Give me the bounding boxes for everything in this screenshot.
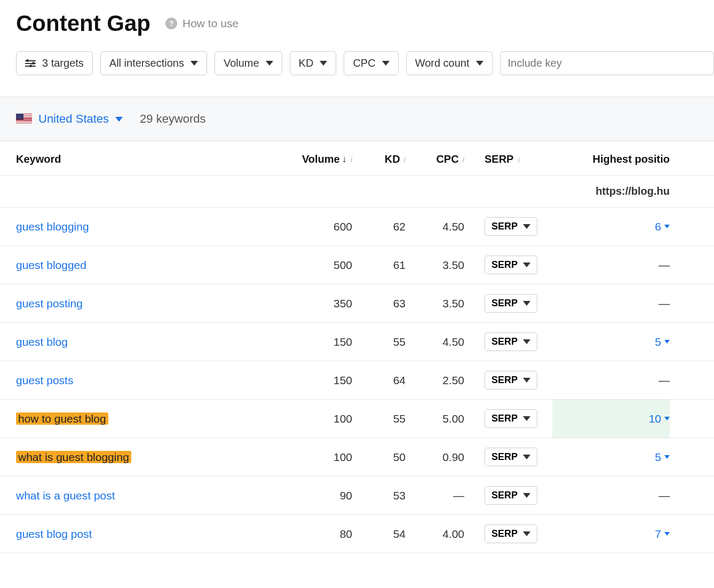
table-row: guest blogged500613.50SERP— <box>0 246 714 284</box>
intersections-filter[interactable]: All intersections <box>100 51 207 75</box>
keyword-link[interactable]: how to guest blog <box>16 412 108 425</box>
intersections-label: All intersections <box>109 57 184 69</box>
volume-cell: 100 <box>288 412 352 425</box>
caret-down-icon <box>523 378 530 383</box>
column-header-highest-position[interactable]: Highest positio <box>552 153 670 165</box>
position-value: — <box>659 374 670 387</box>
serp-button-label: SERP <box>491 298 518 309</box>
kd-label: KD <box>299 57 314 69</box>
position-cell[interactable]: 5 <box>655 336 670 348</box>
volume-cell: 100 <box>288 451 352 464</box>
column-header-kd[interactable]: KD i <box>352 153 406 165</box>
kd-cell: 54 <box>352 528 406 541</box>
kd-cell: 55 <box>352 336 406 348</box>
serp-button-label: SERP <box>491 375 518 386</box>
position-cell[interactable]: 6 <box>655 220 670 233</box>
position-value: 6 <box>655 220 661 233</box>
position-value: — <box>659 489 670 502</box>
position-cell: — <box>659 259 670 272</box>
kd-cell: 62 <box>352 220 406 233</box>
kd-cell: 50 <box>352 451 406 464</box>
volume-filter[interactable]: Volume <box>215 51 282 75</box>
volume-header-label: Volume <box>302 153 340 165</box>
flag-us-icon <box>16 114 32 124</box>
position-cell[interactable]: 7 <box>655 528 670 541</box>
help-label: How to use <box>183 17 239 30</box>
caret-down-icon <box>191 61 198 66</box>
cpc-cell: 4.50 <box>406 336 464 348</box>
position-value: 5 <box>655 451 661 464</box>
volume-cell: 150 <box>288 374 352 387</box>
caret-down-icon <box>523 493 530 498</box>
country-selector[interactable]: United States <box>16 112 123 126</box>
serp-button[interactable]: SERP <box>485 294 537 313</box>
keyword-link[interactable]: guest blog post <box>16 528 92 540</box>
cpc-cell: 3.50 <box>406 259 464 272</box>
caret-down-icon <box>382 61 390 66</box>
caret-down-icon <box>664 225 670 228</box>
info-icon[interactable]: i <box>517 155 520 164</box>
position-value: 5 <box>655 336 661 348</box>
table-row: guest blog150554.50SERP5 <box>0 323 714 361</box>
serp-button[interactable]: SERP <box>485 332 537 351</box>
keyword-link[interactable]: what is a guest post <box>16 489 115 502</box>
table-row: guest posts150642.50SERP— <box>0 361 714 400</box>
caret-down-icon <box>664 532 670 536</box>
kd-filter[interactable]: KD <box>290 51 337 75</box>
table-row: what is guest blogging100500.90SERP5 <box>0 438 714 476</box>
column-header-cpc[interactable]: CPC i <box>406 153 464 165</box>
position-value: — <box>659 259 670 272</box>
include-keywords-input[interactable] <box>500 51 714 75</box>
cpc-cell: 4.00 <box>406 528 464 541</box>
keyword-link[interactable]: guest blogged <box>16 259 86 271</box>
kd-cell: 61 <box>352 259 406 272</box>
serp-button-label: SERP <box>491 490 518 501</box>
position-cell[interactable]: 10 <box>649 412 670 425</box>
serp-button[interactable]: SERP <box>485 525 537 543</box>
cpc-filter[interactable]: CPC <box>344 51 398 75</box>
column-header-serp[interactable]: SERP i <box>464 153 552 165</box>
position-value: 10 <box>649 412 661 425</box>
position-cell: — <box>659 489 670 502</box>
position-cell: — <box>659 374 670 387</box>
cpc-cell: 2.50 <box>406 374 464 387</box>
table-row: how to guest blog100555.00SERP10 <box>0 400 714 438</box>
column-header-volume[interactable]: Volume ↓ i <box>288 153 352 165</box>
serp-button-label: SERP <box>491 221 518 232</box>
serp-button[interactable]: SERP <box>485 256 537 274</box>
sort-desc-icon: ↓ <box>342 154 347 165</box>
targets-label: 3 targets <box>42 57 84 69</box>
serp-button[interactable]: SERP <box>485 448 537 466</box>
serp-button[interactable]: SERP <box>485 217 537 236</box>
targets-filter[interactable]: 3 targets <box>16 51 93 75</box>
table-row: guest blogging600624.50SERP6 <box>0 208 714 246</box>
kd-cell: 63 <box>352 297 406 310</box>
keyword-count: 29 keywords <box>140 112 206 126</box>
kd-cell: 53 <box>352 489 406 502</box>
keyword-link[interactable]: guest posts <box>16 374 73 386</box>
cpc-cell: — <box>406 489 464 502</box>
keyword-link[interactable]: what is guest blogging <box>16 451 131 463</box>
serp-button[interactable]: SERP <box>485 486 537 505</box>
caret-down-icon <box>523 339 530 344</box>
serp-button-label: SERP <box>491 336 518 347</box>
caret-down-icon <box>266 61 273 66</box>
column-header-keyword[interactable]: Keyword <box>16 153 288 165</box>
country-label: United States <box>38 112 109 126</box>
caret-down-icon <box>320 61 327 66</box>
serp-button[interactable]: SERP <box>485 409 537 428</box>
sliders-icon <box>25 60 36 67</box>
serp-button-label: SERP <box>491 451 518 463</box>
table-row: what is a guest post9053—SERP— <box>0 476 714 515</box>
word-count-filter[interactable]: Word count <box>406 51 493 75</box>
caret-down-icon <box>523 301 530 306</box>
word-count-label: Word count <box>415 57 470 69</box>
caret-down-icon <box>115 117 123 122</box>
position-cell[interactable]: 5 <box>655 451 670 464</box>
serp-button[interactable]: SERP <box>485 371 537 390</box>
keyword-link[interactable]: guest posting <box>16 297 83 309</box>
how-to-use-link[interactable]: ? How to use <box>165 17 239 30</box>
keyword-link[interactable]: guest blogging <box>16 220 89 233</box>
keyword-link[interactable]: guest blog <box>16 336 68 348</box>
volume-cell: 600 <box>288 220 352 233</box>
